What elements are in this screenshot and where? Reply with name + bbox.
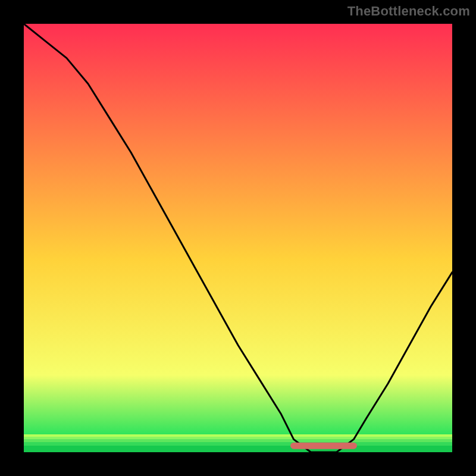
- bottom-stripe-group: [24, 434, 452, 452]
- stripe-3: [24, 439, 452, 442]
- stripe-4: [24, 442, 452, 446]
- plot-svg: [24, 24, 452, 452]
- stripe-1: [24, 434, 452, 437]
- plot-area: [24, 24, 452, 452]
- stripe-5: [24, 446, 452, 452]
- gradient-rect: [24, 24, 452, 452]
- watermark-text: TheBottleneck.com: [347, 4, 470, 19]
- chart-canvas: TheBottleneck.com: [0, 0, 476, 476]
- stripe-2: [24, 437, 452, 439]
